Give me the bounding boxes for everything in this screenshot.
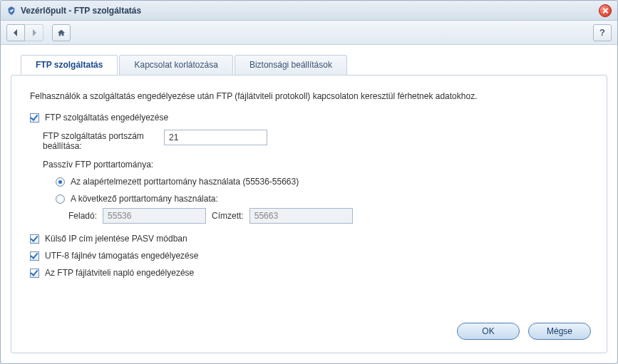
- cancel-button[interactable]: Mégse: [528, 323, 591, 340]
- button-bar: OK Mégse: [11, 323, 607, 353]
- log-row: Az FTP fájlátviteli napló engedélyezése: [30, 268, 588, 278]
- tab-connection-limit[interactable]: Kapcsolat korlátozása: [119, 55, 232, 75]
- range-row: Feladó: Címzett:: [68, 208, 588, 224]
- radio-custom-row: A következő porttartomány használata:: [56, 194, 588, 204]
- back-button[interactable]: [6, 24, 25, 41]
- radio-custom-label: A következő porttartomány használata:: [71, 194, 218, 204]
- ok-button[interactable]: OK: [457, 323, 520, 340]
- app-icon: [6, 6, 16, 16]
- tab-body: Felhasználók a szolgáltatás engedélyezés…: [11, 76, 607, 323]
- ext-ip-checkbox[interactable]: [30, 234, 39, 244]
- to-input[interactable]: [249, 208, 353, 224]
- utf8-checkbox[interactable]: [30, 251, 39, 261]
- ext-ip-row: Külső IP cím jelentése PASV módban: [30, 234, 588, 244]
- radio-default[interactable]: [56, 177, 65, 187]
- tab-security-settings[interactable]: Biztonsági beállítások: [235, 55, 347, 75]
- to-label: Címzett:: [212, 211, 244, 221]
- enable-ftp-row: FTP szolgáltatás engedélyezése: [30, 113, 588, 123]
- window: Vezérlőpult - FTP szolgáltatás ? FTP szo…: [0, 0, 618, 364]
- tabs: FTP szolgáltatás Kapcsolat korlátozása B…: [21, 54, 607, 74]
- port-row: FTP szolgáltatás portszám beállítása:: [43, 130, 588, 151]
- passive-label-row: Passzív FTP porttartománya:: [43, 160, 588, 170]
- toolbar: ?: [1, 21, 617, 45]
- home-button[interactable]: [52, 24, 71, 41]
- close-button[interactable]: [599, 4, 612, 17]
- help-button[interactable]: ?: [593, 24, 612, 41]
- radio-default-label: Az alapértelmezett porttartomány használ…: [71, 177, 299, 187]
- log-label: Az FTP fájlátviteli napló engedélyezése: [45, 268, 194, 278]
- utf8-label: UTF-8 fájlnév támogatás engedélyezése: [45, 251, 198, 261]
- passive-label: Passzív FTP porttartománya:: [43, 160, 153, 170]
- forward-button[interactable]: [25, 24, 43, 41]
- content: FTP szolgáltatás Kapcsolat korlátozása B…: [1, 45, 617, 363]
- titlebar: Vezérlőpult - FTP szolgáltatás: [1, 1, 617, 21]
- panel: Felhasználók a szolgáltatás engedélyezés…: [11, 75, 607, 353]
- description: Felhasználók a szolgáltatás engedélyezés…: [30, 91, 588, 101]
- tab-ftp-service[interactable]: FTP szolgáltatás: [21, 55, 118, 75]
- radio-default-row: Az alapértelmezett porttartomány használ…: [56, 177, 588, 187]
- enable-ftp-label: FTP szolgáltatás engedélyezése: [45, 113, 168, 123]
- enable-ftp-checkbox[interactable]: [30, 113, 39, 123]
- port-label: FTP szolgáltatás portszám beállítása:: [43, 130, 164, 151]
- from-input[interactable]: [103, 208, 206, 224]
- nav-group: [6, 24, 43, 41]
- window-title: Vezérlőpult - FTP szolgáltatás: [21, 6, 599, 16]
- ext-ip-label: Külső IP cím jelentése PASV módban: [45, 234, 187, 244]
- log-checkbox[interactable]: [30, 269, 39, 278]
- radio-custom[interactable]: [56, 194, 65, 204]
- port-input[interactable]: [164, 130, 267, 145]
- from-label: Feladó:: [68, 211, 97, 221]
- utf8-row: UTF-8 fájlnév támogatás engedélyezése: [30, 251, 588, 261]
